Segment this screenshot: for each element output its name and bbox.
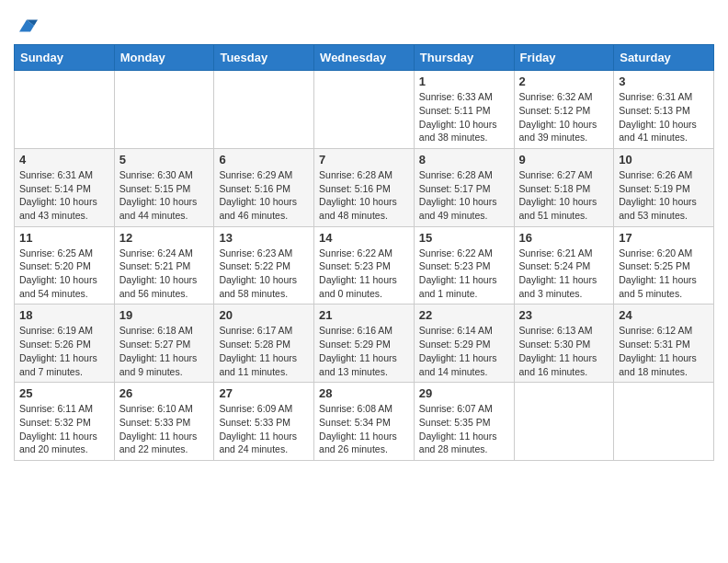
day-detail: Sunrise: 6:16 AM Sunset: 5:29 PM Dayligh… (319, 324, 409, 378)
calendar-cell: 23Sunrise: 6:13 AM Sunset: 5:30 PM Dayli… (514, 304, 614, 383)
day-detail: Sunrise: 6:22 AM Sunset: 5:23 PM Dayligh… (319, 247, 409, 301)
day-detail: Sunrise: 6:26 AM Sunset: 5:19 PM Dayligh… (619, 168, 709, 223)
calendar-cell: 7Sunrise: 6:28 AM Sunset: 5:16 PM Daylig… (314, 148, 415, 226)
weekday-header-monday: Monday (114, 45, 214, 71)
calendar-cell (15, 71, 115, 149)
day-number: 20 (219, 308, 309, 322)
calendar-cell: 25Sunrise: 6:11 AM Sunset: 5:32 PM Dayli… (15, 383, 115, 461)
day-number: 28 (319, 386, 409, 400)
day-number: 2 (519, 75, 609, 88)
day-number: 7 (319, 153, 409, 167)
calendar-cell: 24Sunrise: 6:12 AM Sunset: 5:31 PM Dayli… (614, 304, 714, 383)
day-number: 24 (619, 308, 709, 322)
weekday-header-friday: Friday (514, 45, 614, 71)
calendar-cell: 2Sunrise: 6:32 AM Sunset: 5:12 PM Daylig… (514, 71, 614, 149)
day-detail: Sunrise: 6:20 AM Sunset: 5:25 PM Dayligh… (619, 247, 709, 301)
day-number: 9 (519, 153, 609, 167)
calendar-cell: 1Sunrise: 6:33 AM Sunset: 5:11 PM Daylig… (414, 71, 514, 149)
day-detail: Sunrise: 6:28 AM Sunset: 5:17 PM Dayligh… (419, 168, 509, 223)
day-detail: Sunrise: 6:29 AM Sunset: 5:16 PM Dayligh… (219, 168, 309, 223)
day-number: 29 (419, 386, 509, 400)
calendar-cell: 15Sunrise: 6:22 AM Sunset: 5:23 PM Dayli… (414, 226, 514, 304)
day-number: 25 (19, 386, 109, 400)
calendar-cell: 8Sunrise: 6:28 AM Sunset: 5:17 PM Daylig… (414, 148, 514, 226)
day-detail: Sunrise: 6:22 AM Sunset: 5:23 PM Dayligh… (419, 247, 509, 301)
day-number: 3 (619, 75, 709, 88)
day-number: 18 (19, 308, 109, 322)
calendar-cell (114, 71, 214, 149)
day-detail: Sunrise: 6:10 AM Sunset: 5:33 PM Dayligh… (119, 402, 210, 456)
day-number: 15 (419, 231, 509, 245)
calendar-cell: 3Sunrise: 6:31 AM Sunset: 5:13 PM Daylig… (614, 71, 714, 149)
day-detail: Sunrise: 6:09 AM Sunset: 5:33 PM Dayligh… (219, 402, 309, 456)
calendar-cell: 20Sunrise: 6:17 AM Sunset: 5:28 PM Dayli… (214, 304, 314, 383)
calendar-cell: 10Sunrise: 6:26 AM Sunset: 5:19 PM Dayli… (614, 148, 714, 226)
calendar-cell (614, 383, 714, 461)
day-detail: Sunrise: 6:31 AM Sunset: 5:14 PM Dayligh… (19, 168, 109, 223)
calendar: SundayMondayTuesdayWednesdayThursdayFrid… (14, 44, 714, 461)
calendar-cell: 28Sunrise: 6:08 AM Sunset: 5:34 PM Dayli… (314, 383, 415, 461)
calendar-cell: 16Sunrise: 6:21 AM Sunset: 5:24 PM Dayli… (514, 226, 614, 304)
weekday-header-sunday: Sunday (15, 45, 115, 71)
day-detail: Sunrise: 6:07 AM Sunset: 5:35 PM Dayligh… (419, 402, 509, 456)
week-row-4: 25Sunrise: 6:11 AM Sunset: 5:32 PM Dayli… (15, 383, 714, 461)
calendar-cell: 11Sunrise: 6:25 AM Sunset: 5:20 PM Dayli… (15, 226, 115, 304)
day-detail: Sunrise: 6:13 AM Sunset: 5:30 PM Dayligh… (519, 324, 609, 378)
day-detail: Sunrise: 6:25 AM Sunset: 5:20 PM Dayligh… (19, 247, 109, 301)
day-number: 6 (219, 153, 309, 167)
calendar-cell: 6Sunrise: 6:29 AM Sunset: 5:16 PM Daylig… (214, 148, 314, 226)
calendar-cell: 18Sunrise: 6:19 AM Sunset: 5:26 PM Dayli… (15, 304, 115, 383)
day-detail: Sunrise: 6:17 AM Sunset: 5:28 PM Dayligh… (219, 324, 309, 378)
calendar-cell: 22Sunrise: 6:14 AM Sunset: 5:29 PM Dayli… (414, 304, 514, 383)
day-detail: Sunrise: 6:28 AM Sunset: 5:16 PM Dayligh… (319, 168, 409, 223)
day-detail: Sunrise: 6:31 AM Sunset: 5:13 PM Dayligh… (619, 90, 709, 144)
weekday-header-thursday: Thursday (414, 45, 514, 71)
day-number: 12 (119, 231, 210, 245)
calendar-cell: 19Sunrise: 6:18 AM Sunset: 5:27 PM Dayli… (114, 304, 214, 383)
day-detail: Sunrise: 6:11 AM Sunset: 5:32 PM Dayligh… (19, 402, 109, 456)
logo-text (14, 14, 38, 37)
day-detail: Sunrise: 6:30 AM Sunset: 5:15 PM Dayligh… (119, 168, 210, 223)
day-number: 11 (19, 231, 109, 245)
day-detail: Sunrise: 6:24 AM Sunset: 5:21 PM Dayligh… (119, 247, 210, 301)
day-detail: Sunrise: 6:23 AM Sunset: 5:22 PM Dayligh… (219, 247, 309, 301)
calendar-cell: 17Sunrise: 6:20 AM Sunset: 5:25 PM Dayli… (614, 226, 714, 304)
day-number: 21 (319, 308, 409, 322)
day-number: 17 (619, 231, 709, 245)
day-detail: Sunrise: 6:18 AM Sunset: 5:27 PM Dayligh… (119, 324, 210, 378)
day-number: 13 (219, 231, 309, 245)
day-number: 22 (419, 308, 509, 322)
calendar-cell (514, 383, 614, 461)
day-detail: Sunrise: 6:27 AM Sunset: 5:18 PM Dayligh… (519, 168, 609, 223)
logo (14, 14, 38, 37)
calendar-cell: 4Sunrise: 6:31 AM Sunset: 5:14 PM Daylig… (15, 148, 115, 226)
week-row-2: 11Sunrise: 6:25 AM Sunset: 5:20 PM Dayli… (15, 226, 714, 304)
day-detail: Sunrise: 6:33 AM Sunset: 5:11 PM Dayligh… (419, 90, 509, 144)
day-detail: Sunrise: 6:12 AM Sunset: 5:31 PM Dayligh… (619, 324, 709, 378)
calendar-cell: 5Sunrise: 6:30 AM Sunset: 5:15 PM Daylig… (114, 148, 214, 226)
day-number: 14 (319, 231, 409, 245)
weekday-header-wednesday: Wednesday (314, 45, 415, 71)
calendar-cell (214, 71, 314, 149)
weekday-header-row: SundayMondayTuesdayWednesdayThursdayFrid… (15, 45, 714, 71)
day-number: 27 (219, 386, 309, 400)
calendar-cell: 13Sunrise: 6:23 AM Sunset: 5:22 PM Dayli… (214, 226, 314, 304)
calendar-cell: 9Sunrise: 6:27 AM Sunset: 5:18 PM Daylig… (514, 148, 614, 226)
day-detail: Sunrise: 6:21 AM Sunset: 5:24 PM Dayligh… (519, 247, 609, 301)
day-number: 23 (519, 308, 609, 322)
day-number: 10 (619, 153, 709, 167)
day-detail: Sunrise: 6:32 AM Sunset: 5:12 PM Dayligh… (519, 90, 609, 144)
calendar-cell: 29Sunrise: 6:07 AM Sunset: 5:35 PM Dayli… (414, 383, 514, 461)
week-row-0: 1Sunrise: 6:33 AM Sunset: 5:11 PM Daylig… (15, 71, 714, 149)
calendar-cell: 26Sunrise: 6:10 AM Sunset: 5:33 PM Dayli… (114, 383, 214, 461)
day-detail: Sunrise: 6:19 AM Sunset: 5:26 PM Dayligh… (19, 324, 109, 378)
calendar-cell: 14Sunrise: 6:22 AM Sunset: 5:23 PM Dayli… (314, 226, 415, 304)
day-number: 19 (119, 308, 210, 322)
day-number: 4 (19, 153, 109, 167)
day-detail: Sunrise: 6:14 AM Sunset: 5:29 PM Dayligh… (419, 324, 509, 378)
day-number: 26 (119, 386, 210, 400)
day-detail: Sunrise: 6:08 AM Sunset: 5:34 PM Dayligh… (319, 402, 409, 456)
weekday-header-tuesday: Tuesday (214, 45, 314, 71)
day-number: 16 (519, 231, 609, 245)
day-number: 1 (419, 75, 509, 88)
